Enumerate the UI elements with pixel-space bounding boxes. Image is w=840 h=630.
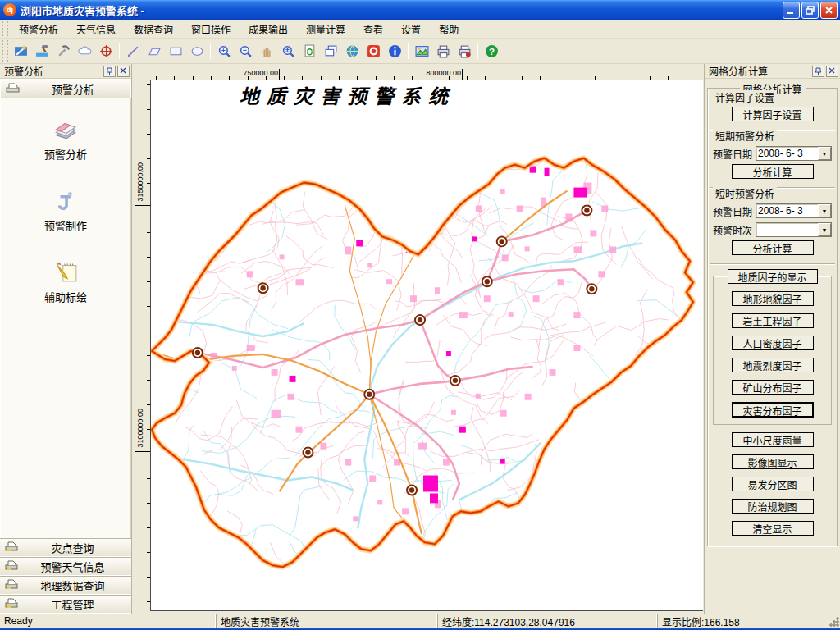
left-section-4[interactable]: 工程管理 xyxy=(0,595,131,614)
town-marker[interactable] xyxy=(582,206,591,216)
left-panel: 预警分析 预警分析 预警分析预警制作辅助标绘 灾点查询预警天气信息地理数据查询工… xyxy=(0,64,132,614)
app-window: dj 浏阳市地质灾害预警系统 - 预警分析天气信息数据查询窗口操作成果输出测量计… xyxy=(0,0,840,630)
map-display-button[interactable]: 易发分区图 xyxy=(732,477,814,491)
app-icon: dj xyxy=(3,3,16,16)
refresh-icon[interactable] xyxy=(299,41,320,61)
toolbar-grip[interactable] xyxy=(2,40,8,62)
menu-item-7[interactable]: 查看 xyxy=(354,20,392,39)
warning-date-combo[interactable]: 2008- 6- 3▼ xyxy=(756,146,832,161)
town-marker[interactable] xyxy=(415,315,425,325)
polygon-tool-icon[interactable] xyxy=(144,41,165,61)
menu-item-1[interactable]: 预警分析 xyxy=(10,20,67,39)
chevron-down-icon[interactable]: ▼ xyxy=(818,147,831,160)
menu-item-9[interactable]: 帮助 xyxy=(430,20,468,39)
cloud-icon[interactable] xyxy=(74,41,95,61)
toolbar-separator xyxy=(477,43,478,59)
factor-button[interactable]: 人口密度因子 xyxy=(732,336,814,350)
left-section-label: 地理数据查询 xyxy=(19,578,126,593)
factor-display-header-button[interactable]: 地质因子的显示 xyxy=(728,269,818,284)
pin-icon[interactable] xyxy=(812,66,824,77)
print-icon[interactable] xyxy=(432,41,454,61)
warning-analysis-icon[interactable] xyxy=(10,41,31,61)
zoom-out-icon[interactable] xyxy=(235,41,256,61)
fax-icon xyxy=(5,578,19,592)
menu-item-3[interactable]: 数据查询 xyxy=(125,20,182,39)
menu-item-4[interactable]: 窗口操作 xyxy=(182,20,240,39)
warning-date-combo[interactable]: 2008- 6- 3▼ xyxy=(756,203,832,218)
menu-item-6[interactable]: 测量计算 xyxy=(297,20,354,39)
factor-button[interactable]: 灾害分布因子 xyxy=(732,402,814,418)
flood-tool-icon[interactable] xyxy=(31,41,52,61)
factor-button[interactable]: 岩土工程因子 xyxy=(732,313,814,328)
town-marker[interactable] xyxy=(407,485,417,495)
pin-icon[interactable] xyxy=(103,66,116,77)
form-row: 预警时次▼ xyxy=(713,222,832,237)
chevron-down-icon[interactable]: ▼ xyxy=(818,204,831,217)
town-marker[interactable] xyxy=(303,448,313,458)
left-tool-3[interactable]: 辅助标绘 xyxy=(44,259,87,304)
left-tool-1[interactable]: 预警分析 xyxy=(44,116,87,162)
warning-time-combo[interactable]: ▼ xyxy=(756,222,832,237)
ruler-label: 3150000.00 xyxy=(136,162,144,202)
left-section-label: 预警天气信息 xyxy=(19,559,126,574)
info-icon[interactable] xyxy=(384,41,405,61)
map-display-button[interactable]: 清空显示 xyxy=(732,521,814,536)
factor-button[interactable]: 矿山分布因子 xyxy=(732,380,814,395)
map-display-button[interactable]: 中小尺度雨量 xyxy=(732,432,814,447)
close-icon[interactable] xyxy=(117,66,130,77)
left-section-label: 工程管理 xyxy=(19,596,126,612)
map-area: 750000.00800000.00 3150000.003100000.00 … xyxy=(132,64,704,614)
left-section-label: 灾点查询 xyxy=(19,540,126,555)
menu-item-2[interactable]: 天气信息 xyxy=(67,20,125,39)
ruler-label: 750000.00 xyxy=(243,69,278,77)
factor-button[interactable]: 地震烈度因子 xyxy=(732,358,814,372)
resize-grip[interactable] xyxy=(829,616,839,627)
pick-tool-icon[interactable] xyxy=(52,41,74,61)
cascade-windows-icon[interactable] xyxy=(320,41,341,61)
menu-item-8[interactable]: 设置 xyxy=(392,20,430,39)
menu-grip[interactable] xyxy=(2,21,8,36)
svg-text:?: ? xyxy=(488,45,494,56)
zoom-in-icon[interactable] xyxy=(213,41,235,61)
map-display-button[interactable]: 影像图显示 xyxy=(732,454,814,469)
town-marker[interactable] xyxy=(258,283,268,293)
toolbar: ? xyxy=(0,39,840,64)
left-section-3[interactable]: 地理数据查询 xyxy=(0,576,131,595)
town-marker[interactable] xyxy=(450,376,460,386)
map-canvas[interactable]: 地质灾害预警系统 xyxy=(150,80,703,611)
map-display-button[interactable]: 防治规划图 xyxy=(732,499,814,514)
line-tool-icon[interactable] xyxy=(122,41,144,61)
chevron-down-icon[interactable]: ▼ xyxy=(818,223,831,236)
minimize-button[interactable] xyxy=(783,2,800,19)
close-button[interactable] xyxy=(820,2,838,19)
pan-hand-icon[interactable] xyxy=(256,41,277,61)
town-marker[interactable] xyxy=(193,348,203,358)
factor-button[interactable]: 地形地貌因子 xyxy=(732,291,814,306)
ruler-label: 3100000.00 xyxy=(136,409,144,448)
town-marker[interactable] xyxy=(482,276,492,286)
town-marker[interactable] xyxy=(364,390,374,399)
close-icon[interactable] xyxy=(826,66,838,77)
status-ready: Ready xyxy=(0,614,216,628)
town-marker[interactable] xyxy=(587,284,596,294)
menu-item-5[interactable]: 成果输出 xyxy=(240,20,297,39)
target-icon[interactable] xyxy=(95,41,116,61)
left-tool-2[interactable]: 预警制作 xyxy=(44,188,87,233)
analysis-calc-button[interactable]: 分析计算 xyxy=(732,164,814,179)
restore-button[interactable] xyxy=(801,2,819,19)
image-view-icon[interactable] xyxy=(411,41,432,61)
town-marker[interactable] xyxy=(497,236,507,246)
analysis-calc-button[interactable]: 分析计算 xyxy=(732,240,814,255)
left-section-1[interactable]: 灾点查询 xyxy=(0,538,131,557)
factor-setting-button[interactable]: 计算因子设置 xyxy=(732,107,814,121)
stop-icon[interactable] xyxy=(363,41,384,61)
left-panel-header[interactable]: 预警分析 xyxy=(0,79,131,98)
print-preview-icon[interactable] xyxy=(454,41,475,61)
field-label: 预警时次 xyxy=(713,223,756,237)
zoom-extent-icon[interactable] xyxy=(277,41,299,61)
help-icon[interactable]: ? xyxy=(481,41,502,61)
rectangle-tool-icon[interactable] xyxy=(165,41,186,61)
ellipse-tool-icon[interactable] xyxy=(186,41,208,61)
left-section-2[interactable]: 预警天气信息 xyxy=(0,557,131,576)
globe-icon[interactable] xyxy=(341,41,363,61)
